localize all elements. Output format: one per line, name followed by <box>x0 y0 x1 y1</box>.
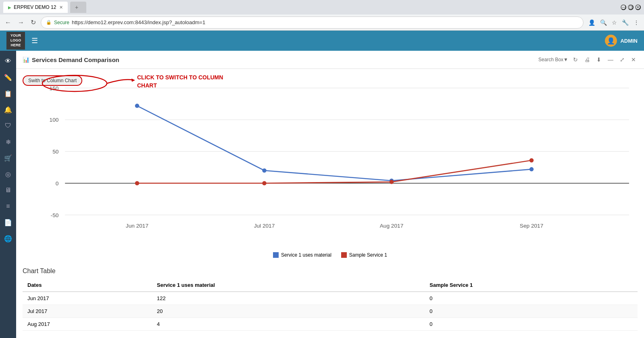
legend-item-service1: Service 1 uses material <box>273 252 331 258</box>
close-button[interactable]: ✕ <box>635 4 641 10</box>
page-title-container: 📊 Services Demand Comparison <box>23 56 119 63</box>
url-text: https://demo12.erprev.com:8443/index.jsp… <box>72 19 578 25</box>
cell-service2: 0 <box>425 305 638 318</box>
svg-text:150: 150 <box>50 85 59 91</box>
svg-text:Sep 2017: Sep 2017 <box>520 223 544 229</box>
svg-point-22 <box>135 181 140 186</box>
secure-icon: 🔒 <box>46 20 52 25</box>
cell-service1: 20 <box>152 305 425 318</box>
back-button[interactable]: ← <box>3 17 13 28</box>
close-action[interactable]: ✕ <box>629 55 638 64</box>
chart-area: Swith to Column Chart CLICK TO SWITCH TO… <box>16 69 644 267</box>
search-box-label[interactable]: Search Box▼ <box>538 57 568 62</box>
sidebar-item-target[interactable]: ◎ <box>1 167 15 181</box>
reload-button[interactable]: ↻ <box>29 17 38 28</box>
legend-label-service2: Sample Service 1 <box>349 252 387 258</box>
cell-date: Jun 2017 <box>23 292 152 305</box>
cell-date: Aug 2017 <box>23 318 152 331</box>
svg-text:-50: -50 <box>51 212 59 218</box>
print-action[interactable]: 🖨 <box>583 55 592 64</box>
profile-button[interactable]: 👤 <box>587 18 597 27</box>
page-header: 📊 Services Demand Comparison Search Box▼… <box>16 51 644 69</box>
chart-table-section: Chart Table Dates Service 1 uses materia… <box>16 267 644 337</box>
restore-button[interactable]: ❐ <box>628 4 634 10</box>
svg-point-18 <box>135 104 140 108</box>
sidebar-item-globe[interactable]: 🌐 <box>1 231 15 246</box>
new-tab[interactable]: + <box>70 2 86 13</box>
legend-color-service2 <box>341 252 347 258</box>
chart-svg: 150 100 50 0 -50 Jun 2017 Jul 2017 Aug 2… <box>23 75 638 245</box>
window-controls: — ❐ ✕ <box>621 4 641 10</box>
sidebar-item-bell[interactable]: 🔔 <box>1 102 15 117</box>
hamburger-menu[interactable]: ☰ <box>31 36 38 45</box>
address-bar[interactable]: 🔒 Secure https://demo12.erprev.com:8443/… <box>41 17 584 29</box>
refresh-action[interactable]: ↻ <box>571 55 579 64</box>
table-row: Jul 2017 20 0 <box>23 305 638 318</box>
legend-color-service1 <box>273 252 279 258</box>
sidebar-item-snowflake[interactable]: ❄ <box>1 135 15 149</box>
logo-box: YOURLOGOHERE <box>6 32 25 49</box>
sidebar-item-edit[interactable]: ✏️ <box>1 70 15 85</box>
svg-text:Jun 2017: Jun 2017 <box>126 223 148 229</box>
svg-point-21 <box>529 167 534 172</box>
browser-actions: 👤 🔍 ☆ 🔧 ⋮ <box>587 18 641 27</box>
sidebar-item-clipboard[interactable]: 📋 <box>1 86 15 101</box>
svg-point-19 <box>262 168 267 173</box>
chart-table: Dates Service 1 uses material Sample Ser… <box>23 279 638 331</box>
main-content: 📊 Services Demand Comparison Search Box▼… <box>16 51 644 338</box>
switch-chart-button[interactable]: Swith to Column Chart <box>23 75 82 86</box>
app-body: 👁 ✏️ 📋 🔔 🛡 ❄ 🛒 ◎ 🖥 ≡ 📄 🌐 📊 Services Dema… <box>0 51 644 338</box>
minimize-action[interactable]: — <box>606 55 615 64</box>
secure-label: Secure <box>54 20 69 25</box>
cell-service1: 122 <box>152 292 425 305</box>
browser-chrome: ▶ ERPREV DEMO 12 ✕ + — ❐ ✕ ← → ↻ 🔒 Secur… <box>0 0 644 31</box>
active-tab[interactable]: ▶ ERPREV DEMO 12 ✕ <box>3 2 68 13</box>
minimize-button[interactable]: — <box>621 4 626 10</box>
sidebar-item-monitor[interactable]: 🖥 <box>1 183 15 197</box>
download-action[interactable]: ⬇ <box>595 55 603 64</box>
admin-label: ADMIN <box>620 38 638 44</box>
cell-service1: 4 <box>152 318 425 331</box>
sidebar-item-cart[interactable]: 🛒 <box>1 151 15 165</box>
svg-text:100: 100 <box>50 117 59 123</box>
page-title-icon: 📊 <box>23 56 29 63</box>
table-row: Aug 2017 4 0 <box>23 318 638 331</box>
svg-text:Jul 2017: Jul 2017 <box>254 223 275 229</box>
sidebar-item-shield[interactable]: 🛡 <box>1 118 15 133</box>
cell-service2: 0 <box>425 292 638 305</box>
zoom-button[interactable]: 🔍 <box>598 18 609 27</box>
app-container: YOURLOGOHERE ☰ 👤 ADMIN 👁 ✏️ 📋 🔔 🛡 ❄ 🛒 ◎ … <box>0 31 644 338</box>
sidebar-item-list[interactable]: ≡ <box>1 199 15 214</box>
extensions-button[interactable]: 🔧 <box>620 18 630 27</box>
tab-close-icon[interactable]: ✕ <box>59 5 63 10</box>
col-service1: Service 1 uses material <box>152 279 425 292</box>
col-dates: Dates <box>23 279 152 292</box>
admin-avatar: 👤 <box>605 35 617 47</box>
browser-titlebar: ▶ ERPREV DEMO 12 ✕ + — ❐ ✕ <box>0 0 644 15</box>
svg-text:Aug 2017: Aug 2017 <box>380 223 404 229</box>
menu-button[interactable]: ⋮ <box>632 18 641 27</box>
tab-favicon: ▶ <box>8 5 11 10</box>
sidebar-item-document[interactable]: 📄 <box>1 215 15 230</box>
svg-point-24 <box>390 180 394 184</box>
admin-section: 👤 ADMIN <box>605 35 638 47</box>
forward-button[interactable]: → <box>16 17 26 28</box>
chart-table-title: Chart Table <box>23 267 638 275</box>
expand-action[interactable]: ⤢ <box>618 55 626 64</box>
table-row: Jun 2017 122 0 <box>23 292 638 305</box>
svg-point-25 <box>529 158 534 163</box>
legend-item-service2: Sample Service 1 <box>341 252 387 258</box>
sidebar: 👁 ✏️ 📋 🔔 🛡 ❄ 🛒 ◎ 🖥 ≡ 📄 🌐 <box>0 51 16 338</box>
chart-legend: Service 1 uses material Sample Service 1 <box>23 249 638 261</box>
sidebar-item-view[interactable]: 👁 <box>1 54 15 68</box>
app-header: YOURLOGOHERE ☰ 👤 ADMIN <box>0 31 644 51</box>
browser-toolbar: ← → ↻ 🔒 Secure https://demo12.erprev.com… <box>0 15 644 31</box>
cell-service2: 0 <box>425 318 638 331</box>
svg-text:50: 50 <box>52 149 59 155</box>
page-title: Services Demand Comparison <box>32 56 119 63</box>
bookmark-button[interactable]: ☆ <box>610 18 619 27</box>
page-actions: Search Box▼ ↻ 🖨 ⬇ — ⤢ ✕ <box>538 55 638 64</box>
svg-text:0: 0 <box>56 180 59 187</box>
tab-title: ERPREV DEMO 12 <box>14 4 56 10</box>
col-service2: Sample Service 1 <box>425 279 638 292</box>
